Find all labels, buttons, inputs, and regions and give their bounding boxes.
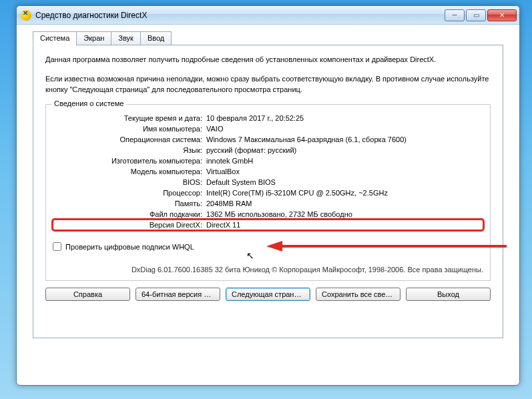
row-computer-name: Имя компьютера: VAIO: [53, 123, 483, 134]
row-memory: Память: 2048MB RAM: [53, 198, 483, 209]
help-button[interactable]: Справка: [45, 288, 130, 301]
label-directx-version: Версия DirectX:: [53, 221, 206, 229]
cursor-icon: ↖: [246, 250, 254, 261]
minimize-button[interactable]: ─: [445, 9, 465, 21]
value-language: русский (формат: русский): [206, 146, 483, 154]
save-all-button[interactable]: Сохранить все сведения…: [316, 288, 401, 301]
value-computer-name: VAIO: [206, 125, 483, 133]
client-area: Система Экран Звук Ввод Данная программа…: [17, 25, 519, 349]
tab-panel-system: Данная программа позволяет получить подр…: [33, 45, 503, 338]
label-pagefile: Файл подкачки:: [53, 210, 206, 218]
label-computer-name: Имя компьютера:: [53, 125, 206, 133]
window-controls: ─ ▭ ✕: [445, 9, 517, 21]
dxdiag-window: Средство диагностики DirectX ─ ▭ ✕ Систе…: [16, 5, 520, 386]
row-directx-version: Версия DirectX: DirectX 11: [53, 220, 483, 230]
label-os: Операционная система:: [53, 135, 206, 143]
row-manufacturer: Изготовитель компьютера: innotek GmbH: [53, 155, 483, 166]
label-bios: BIOS:: [53, 178, 206, 186]
value-directx-version: DirectX 11: [206, 221, 483, 229]
value-model: VirtualBox: [206, 167, 483, 175]
label-model: Модель компьютера:: [53, 167, 206, 175]
row-model: Модель компьютера: VirtualBox: [53, 166, 483, 177]
system-info-fieldset: Сведения о системе Текущие время и дата:…: [45, 104, 491, 281]
value-datetime: 10 февраля 2017 г., 20:52:25: [206, 114, 483, 122]
titlebar[interactable]: Средство диагностики DirectX ─ ▭ ✕: [17, 6, 519, 25]
value-pagefile: 1362 МБ использовано, 2732 МБ свободно: [206, 210, 483, 218]
dxdiag-icon: [21, 10, 31, 21]
value-cpu: Intel(R) Core(TM) i5-3210M CPU @ 2.50GHz…: [206, 189, 483, 197]
label-datetime: Текущие время и дата:: [53, 114, 206, 122]
window-title: Средство диагностики DirectX: [35, 11, 147, 20]
value-memory: 2048MB RAM: [206, 200, 483, 208]
row-bios: BIOS: Default System BIOS: [53, 177, 483, 187]
label-memory: Память:: [53, 200, 206, 208]
next-page-button[interactable]: Следующая страница: [226, 288, 310, 301]
whql-check-row: Проверить цифровые подписи WHQL: [53, 242, 483, 251]
whql-checkbox[interactable]: [53, 242, 61, 251]
label-cpu: Процессор:: [53, 189, 206, 197]
footer-copyright: DxDiag 6.01.7600.16385 32 бита Юникод © …: [53, 266, 483, 274]
label-language: Язык:: [53, 146, 206, 154]
row-cpu: Процессор: Intel(R) Core(TM) i5-3210M CP…: [53, 187, 483, 198]
whql-checkbox-label: Проверить цифровые подписи WHQL: [65, 243, 194, 251]
label-manufacturer: Изготовитель компьютера:: [53, 157, 206, 165]
button-row: Справка 64-битная версия DxDiag Следующа…: [45, 288, 491, 301]
row-language: Язык: русский (формат: русский): [53, 145, 483, 155]
system-info-table: Текущие время и дата: 10 февраля 2017 г.…: [53, 113, 483, 230]
exit-button[interactable]: Выход: [406, 288, 491, 301]
intro-text-1: Данная программа позволяет получить подр…: [45, 55, 491, 65]
x64-button[interactable]: 64-битная версия DxDiag: [136, 288, 220, 301]
maximize-button[interactable]: ▭: [466, 9, 486, 21]
tab-input[interactable]: Ввод: [140, 31, 172, 45]
intro-text-2: Если известна возможная причина неполадк…: [45, 74, 491, 95]
row-pagefile: Файл подкачки: 1362 МБ использовано, 273…: [53, 209, 483, 220]
tab-system[interactable]: Система: [33, 31, 77, 45]
fieldset-legend: Сведения о системе: [51, 99, 126, 107]
row-datetime: Текущие время и дата: 10 февраля 2017 г.…: [53, 113, 483, 123]
row-os: Операционная система: Windows 7 Максимал…: [53, 134, 483, 145]
tab-bar: Система Экран Звук Ввод: [33, 31, 503, 45]
close-button[interactable]: ✕: [487, 9, 517, 21]
value-bios: Default System BIOS: [206, 178, 483, 186]
tab-display[interactable]: Экран: [76, 31, 111, 45]
tab-sound[interactable]: Звук: [111, 31, 141, 45]
value-manufacturer: innotek GmbH: [206, 157, 483, 165]
value-os: Windows 7 Максимальная 64-разрядная (6.1…: [206, 135, 483, 143]
